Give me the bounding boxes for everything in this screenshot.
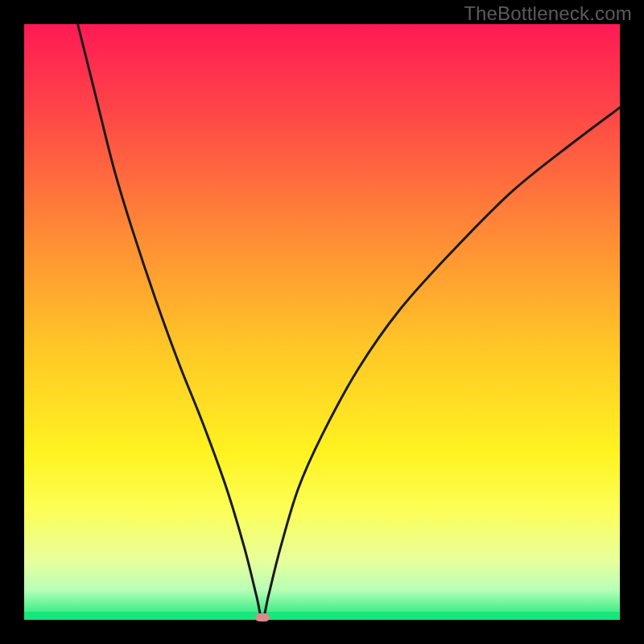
baseline-green: [24, 612, 620, 620]
chart-container: { "watermark": "TheBottleneck.com", "cha…: [0, 0, 644, 644]
bottleneck-chart: [0, 0, 644, 644]
optimal-marker: [255, 613, 270, 621]
watermark-text: TheBottleneck.com: [464, 2, 632, 25]
plot-background: [24, 24, 620, 620]
